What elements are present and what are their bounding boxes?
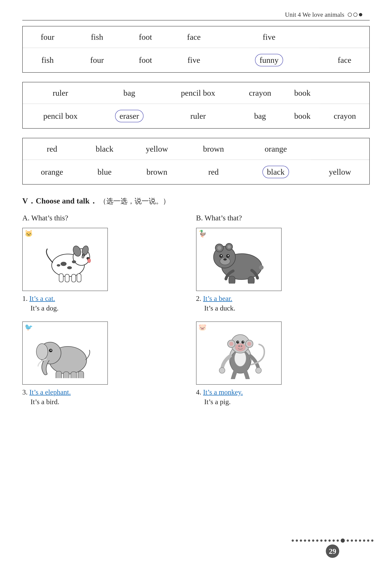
item-2-num: 2. <box>196 294 201 302</box>
dot-4 <box>304 540 306 542</box>
page-header: Unit 4 We love animals <box>22 11 370 20</box>
animal-item-1: 🐱 <box>22 228 196 312</box>
table-1-row-2: fish four foot five funny face <box>23 48 369 73</box>
table-3-row-1: red black yellow brown orange <box>23 138 369 160</box>
table-1-row-1: four fish foot face five <box>23 26 369 48</box>
t3r1c3: yellow <box>128 138 186 160</box>
svg-point-37 <box>227 255 229 256</box>
t2r2c6: crayon <box>320 104 369 129</box>
dot-17 <box>363 540 365 542</box>
svg-point-15 <box>57 264 60 267</box>
table-1: four fish foot face five fish four foot … <box>22 26 370 73</box>
dot-10 <box>328 540 331 542</box>
t2r1c4: crayon <box>236 82 285 104</box>
animal-box-1: 🐱 <box>22 228 108 291</box>
col-b-label: B. What’s that? <box>196 213 370 222</box>
t1r2c4: five <box>169 48 219 73</box>
t1r1c3: foot <box>122 26 169 48</box>
answer-line-2: 2. It’s a bear. <box>196 294 232 303</box>
svg-rect-38 <box>229 276 235 284</box>
table-2: ruler bag pencil box crayon book pencil … <box>22 82 370 129</box>
svg-point-33 <box>223 258 227 261</box>
item-3-answer: It’s a elephant. <box>29 388 71 396</box>
dot-9 <box>324 540 327 542</box>
circled-funny: funny <box>255 54 283 66</box>
dot-13 <box>347 540 349 542</box>
svg-point-48 <box>247 342 251 346</box>
t2r1c3: pencil box <box>160 82 236 104</box>
t2r2c3: ruler <box>160 104 236 129</box>
section-v-subtitle: （选一选，说一说。） <box>99 197 170 205</box>
circle-3 <box>359 13 362 16</box>
svg-point-14 <box>72 260 76 263</box>
item-1-answer: It’s a cat. <box>29 294 55 302</box>
answer-line-1: 1. It’s a cat. <box>22 294 55 303</box>
t1r2c3: foot <box>122 48 169 73</box>
svg-rect-9 <box>65 274 69 282</box>
dot-5 <box>308 540 310 542</box>
svg-rect-24 <box>71 372 77 378</box>
circle-1 <box>348 13 352 17</box>
svg-point-53 <box>243 341 244 342</box>
t2r2c2-circled: eraser <box>98 104 161 129</box>
table-2-row-1: ruler bag pencil box crayon book <box>23 82 369 104</box>
svg-point-16 <box>81 255 84 259</box>
svg-point-49 <box>235 343 245 351</box>
t3r2c6: yellow <box>311 160 369 184</box>
svg-rect-23 <box>63 372 69 378</box>
small-animal-4: 🐷 <box>198 323 207 331</box>
t1r2c2: four <box>72 48 122 73</box>
t2r1c2: bag <box>98 82 161 104</box>
dot-6 <box>312 540 314 542</box>
dot-12 <box>336 540 339 542</box>
t1r1c2: fish <box>72 26 122 48</box>
alt-answer-1: It’s a dog. <box>30 304 58 312</box>
dot-8 <box>320 540 322 542</box>
t2r1c5: book <box>284 82 320 104</box>
svg-point-56 <box>219 368 225 373</box>
svg-rect-25 <box>78 371 84 378</box>
dot-1 <box>292 540 294 542</box>
svg-point-35 <box>221 255 222 256</box>
dot-lg-1 <box>341 539 345 543</box>
table-3-row-2: orange blue brown red black yellow <box>23 160 369 184</box>
animal-item-3: 🐦 <box>22 321 196 406</box>
section-v-title: V．Choose and talk． （选一选，说一说。） <box>22 196 370 206</box>
dot-14 <box>351 540 353 542</box>
alt-answer-2: It’s a duck. <box>204 304 236 312</box>
animal-box-4: 🐷 <box>196 321 281 385</box>
dog-svg <box>35 235 95 284</box>
svg-point-7 <box>88 259 91 263</box>
animal-box-2: 🦆 <box>196 228 281 291</box>
t1r2c6: face <box>320 48 369 73</box>
svg-rect-22 <box>56 371 62 378</box>
table-3: red black yellow brown orange orange blu… <box>22 138 370 184</box>
table-2-row-2: pencil box eraser ruler bag book crayon <box>23 104 369 129</box>
svg-point-46 <box>229 342 233 346</box>
svg-point-57 <box>256 368 261 373</box>
svg-point-29 <box>217 246 221 250</box>
answer-line-4: 4. It’s a monkey. <box>196 388 243 396</box>
item-4-num: 4. <box>196 388 201 396</box>
item-3-num: 3. <box>22 388 28 396</box>
t3r1c1: red <box>23 138 81 160</box>
elephant-svg <box>33 328 97 378</box>
dot-2 <box>296 540 298 542</box>
col-a-label: A. What’s this? <box>22 213 196 222</box>
section-v-label: V．Choose and talk． <box>22 197 98 205</box>
svg-point-31 <box>227 245 231 249</box>
t2r2c1: pencil box <box>23 104 98 129</box>
t2r1c1: ruler <box>23 82 98 104</box>
page-number-badge: 29 <box>326 544 339 558</box>
answer-line-3: 3. It’s a elephant. <box>22 388 71 396</box>
col-b: B. What’s that? 🦆 <box>196 213 370 406</box>
dot-3 <box>300 540 302 542</box>
svg-point-12 <box>61 262 67 266</box>
t3r2c1: orange <box>23 160 81 184</box>
svg-point-40 <box>259 265 264 270</box>
t2r2c5: book <box>284 104 320 129</box>
header-circles <box>348 13 362 17</box>
items-grid-a: 🐱 <box>22 228 196 406</box>
t3r2c5-circled: black <box>241 160 311 184</box>
section-v-columns: A. What’s this? 🐱 <box>22 213 370 406</box>
